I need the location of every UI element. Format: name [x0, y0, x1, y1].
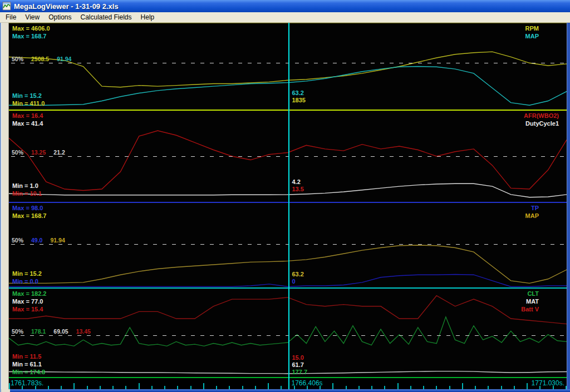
max-label: Max = 98.0Max = 168.7: [12, 204, 46, 220]
time-tick: [203, 383, 204, 389]
time-tick: [527, 383, 528, 389]
time-tick: [281, 386, 282, 389]
charts-column: 50%2508.591.94Max = 4606.0Max = 168.7Min…: [9, 23, 567, 389]
menu-calculated-fields[interactable]: Calculated Fields: [76, 13, 136, 22]
fifty-percent-value: 13.45: [76, 328, 91, 335]
fifty-percent-value: 69.05: [53, 328, 68, 335]
time-tick: [9, 383, 10, 389]
fifty-percent-labels: 50%2508.591.94: [12, 56, 71, 62]
min-label-item: Min = 174.8: [12, 368, 45, 376]
legend-label: RPMMAP: [525, 24, 539, 40]
time-tick: [100, 386, 101, 389]
fifty-percent-value: 178.1: [31, 328, 46, 335]
time-tick: [539, 386, 540, 389]
fifty-percent-value: 91.94: [50, 237, 65, 244]
fifty-percent-labels: 50%178.169.0513.45: [12, 328, 91, 335]
menu-view[interactable]: View: [21, 13, 44, 22]
min-label-item: Min = 15.2: [12, 270, 42, 277]
time-tick: [307, 386, 308, 389]
time-tick: [488, 386, 489, 389]
legend-label-item: Batt V: [521, 305, 539, 313]
max-label-item: Max = 15.4: [12, 305, 46, 313]
time-tick: [151, 386, 153, 389]
time-label-start: 1761.783s.: [11, 379, 43, 387]
max-label: Max = 4606.0Max = 168.7: [12, 24, 50, 40]
max-label: Max = 182.2Max = 77.0Max = 15.4: [12, 290, 46, 313]
right-window-border: [567, 23, 570, 389]
cursor-value: 15.061.7177.7: [292, 354, 308, 376]
min-label-item: Min = 61.1: [12, 360, 45, 368]
time-tick: [242, 386, 243, 389]
time-tick: [423, 386, 424, 389]
time-tick: [35, 386, 36, 389]
cursor-value-item: 0: [292, 278, 304, 285]
time-tick: [73, 383, 75, 389]
time-tick: [216, 386, 217, 389]
min-label-item: Min = 11.5: [12, 353, 45, 360]
min-label: Min = 1.0Min = 10.1: [12, 182, 42, 197]
bottom-window-border: [0, 389, 570, 392]
min-label-item: Min = 15.2: [12, 92, 45, 100]
time-tick: [514, 386, 515, 389]
legend-label: TPMAP: [525, 204, 539, 220]
max-label-item: Max = 182.2: [12, 290, 46, 297]
time-tick: [358, 386, 360, 389]
time-tick: [112, 386, 114, 389]
time-tick: [475, 386, 476, 389]
legend-label-item: RPM: [525, 24, 539, 32]
menu-file[interactable]: File: [1, 13, 21, 22]
cursor-value-item: 63.2: [292, 271, 304, 278]
legend-label: AFR(WBO2)DutyCycle1: [524, 112, 559, 127]
left-window-border: [0, 23, 9, 389]
time-tick: [410, 386, 411, 389]
legend-label-item: MAP: [525, 32, 539, 40]
time-tick: [190, 386, 191, 389]
time-tick: [553, 386, 554, 389]
fifty-percent-value: 13.25: [31, 149, 46, 156]
time-tick: [332, 383, 333, 389]
cursor-value-item: 177.7: [292, 369, 308, 376]
cursor-value: 63.21835: [292, 90, 306, 104]
time-tick: [397, 383, 399, 389]
window-body: 50%2508.591.94Max = 4606.0Max = 168.7Min…: [0, 23, 570, 389]
fifty-percent-prefix: 50%: [12, 328, 23, 335]
cursor-value-item: 61.7: [292, 361, 308, 369]
max-label-item: Max = 4606.0: [12, 24, 50, 32]
menu-help[interactable]: Help: [136, 13, 159, 22]
max-label-item: Max = 98.0: [12, 204, 46, 212]
legend-label-item: TP: [525, 204, 539, 212]
time-tick: [48, 386, 49, 389]
time-tick: [164, 386, 165, 389]
legend-label-item: MAP: [525, 212, 539, 220]
time-tick: [268, 383, 269, 389]
cursor-value-item: 1835: [292, 97, 306, 104]
menu-options[interactable]: Options: [44, 13, 76, 22]
app-window: MegaLogViewer - 1-31-09 2.xls File View …: [0, 0, 570, 392]
min-label-item: Min = 411.0: [12, 100, 45, 107]
max-label-item: Max = 168.7: [12, 212, 46, 220]
fifty-percent-value: 21.2: [53, 149, 65, 156]
legend-label: CLTMATBatt V: [521, 290, 539, 313]
time-tick: [22, 386, 23, 389]
time-tick: [320, 386, 321, 389]
window-title: MegaLogViewer - 1-31-09 2.xls: [14, 2, 119, 11]
min-label: Min = 15.2Min = 411.0: [12, 92, 45, 107]
fifty-percent-prefix: 50%: [12, 149, 23, 156]
cursor-line[interactable]: [288, 23, 289, 389]
min-label-item: Min = 1.0: [12, 182, 42, 190]
fifty-percent-prefix: 50%: [12, 237, 23, 244]
time-tick: [501, 386, 502, 389]
legend-label-item: AFR(WBO2): [524, 112, 559, 120]
cursor-value: 63.20: [292, 271, 304, 285]
time-tick: [384, 386, 385, 389]
bottom-left-corner: [0, 389, 10, 392]
time-tick: [449, 386, 450, 389]
time-tick: [125, 386, 126, 389]
fifty-percent-labels: 50%49.091.94: [12, 237, 65, 244]
fifty-percent-labels: 50%13.2521.2: [12, 149, 65, 156]
time-tick: [346, 386, 347, 389]
time-tick: [255, 386, 256, 389]
min-label: Min = 15.2Min = 0.0: [12, 270, 42, 285]
legend-label-item: DutyCycle1: [524, 120, 559, 127]
max-label-item: Max = 16.4: [12, 112, 43, 120]
